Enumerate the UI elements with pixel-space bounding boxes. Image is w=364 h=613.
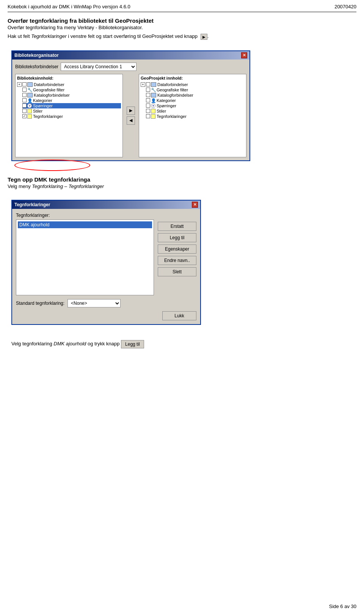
section2-heading: Tegn opp DMK tegnforklaringa: [8, 176, 356, 183]
section1-para2-prefix: Hak ut felt: [8, 33, 31, 39]
tegn-list-label: Tegnforklaringer:: [16, 213, 154, 218]
lukk-button[interactable]: Lukk: [162, 311, 196, 320]
tree-item-kategorier-left: 👤 Kategorier: [22, 98, 121, 103]
footer-text: Side 6 av 30: [329, 604, 356, 609]
icon-db-dataforbindelser-right: [151, 82, 156, 87]
tree-item-tegnforklaringer-left: Tegnforklaringer: [22, 114, 121, 119]
cb-dataforbindelser-left[interactable]: [22, 82, 27, 86]
icon-legend-stiler-left: [27, 109, 32, 113]
circle-annotation-tegnforklaringer: [14, 160, 90, 171]
section2-para1-prefix: Velg meny: [8, 183, 32, 189]
bib-connections-row: Biblioteksforbindelser Access Library Co…: [15, 63, 246, 71]
section1-para2-italic: Tegnforklaringer: [31, 33, 66, 39]
section3-para1-prefix: Velg tegnforklaring: [11, 341, 53, 346]
cb-kategorier-left[interactable]: [22, 98, 27, 102]
icon-db-katalog-right: [151, 93, 156, 97]
label-tegnforklaringer-left: Tegnforklaringer: [33, 114, 63, 119]
page-footer: Side 6 av 30: [329, 604, 356, 609]
cb-stiler-right[interactable]: [146, 109, 150, 113]
label-dataforbindelser-left: Dataforbindelser: [34, 82, 64, 87]
cb-dataforbindelser-right[interactable]: [146, 82, 150, 86]
tree-item-stiler-left: Stiler: [22, 108, 121, 114]
tree-item-kategorier-right: 👤 Kategorier: [146, 98, 245, 103]
arrow-right-button[interactable]: ▶: [127, 107, 135, 115]
icon-filter-right: 🔧: [151, 88, 155, 92]
tegn-standard-label: Standard tegnforklaring:: [16, 301, 64, 306]
cb-tegnforklaringer-left[interactable]: [22, 114, 27, 118]
tegn-left: Tegnforklaringer: DMK ajourhold Standard…: [16, 213, 154, 307]
cb-kategorier-right[interactable]: [146, 98, 150, 102]
section2-para1: Velg meny Tegnforklaring – Tegnforklarin…: [8, 183, 356, 189]
transfer-arrow-button[interactable]: ▶: [201, 34, 207, 40]
section1-heading: Overfør tegnforklaring fra biblioteket t…: [8, 17, 356, 24]
section3-para1-suffix: og trykk knapp: [86, 341, 119, 346]
bib-connections-select[interactable]: Access Library Connection 1: [61, 63, 136, 71]
cb-stiler-left[interactable]: [22, 109, 27, 113]
tegn-standard-row: Standard tegnforklaring: <None>: [16, 299, 154, 307]
header-right: 20070420: [334, 4, 356, 9]
section1-para1: Overfør tegnforklaring fra meny Verktøy …: [8, 25, 356, 30]
cb-geo-filter-left[interactable]: [22, 88, 27, 92]
icon-question-left: ?: [27, 103, 32, 108]
section1-para2: Hak ut felt Tegnforklaringer i venstre f…: [8, 33, 356, 40]
tree-item-tegnforklaringer-right: Tegnforklaringer: [146, 114, 245, 119]
bib-panels: Biblioteksinnhold: + Dataforbindelser 🔧 …: [15, 74, 246, 157]
page-header: Kokebok i ajourhold av DMK i WinMap Pro …: [8, 4, 356, 12]
erstatt-button[interactable]: Erstatt: [158, 222, 196, 231]
bib-body: Biblioteksforbindelser Access Library Co…: [12, 60, 249, 160]
legg-til-inline-button[interactable]: Legg til: [121, 340, 144, 348]
icon-question-right: ?: [151, 103, 155, 108]
egenskaper-button[interactable]: Egenskaper: [158, 245, 196, 254]
slett-button[interactable]: Slett: [158, 267, 196, 276]
section1-para2-suffix: i venstre felt og start overføring til G…: [67, 33, 198, 39]
bib-dialog-wrapper: Bibliotekorganisator ✕ Biblioteksforbind…: [8, 47, 250, 169]
cb-katalog-right[interactable]: [146, 93, 150, 97]
tree-item-geo-filter-right: 🔧 Geografiske filter: [146, 87, 245, 92]
arrow-left-button[interactable]: ◀: [127, 116, 135, 125]
bib-right-panel: GeoProsjekt innhold: + Dataforbindelser …: [139, 74, 246, 157]
tree-item-stiler-right: Stiler: [146, 108, 245, 114]
section2-para1-italic: Tegnforklaring – Tegnforklaringer: [32, 183, 104, 189]
icon-db-dataforbindelser-left: [27, 82, 33, 87]
endre-navn-button[interactable]: Endre navn..: [158, 256, 196, 265]
cb-tegnforklaringer-right[interactable]: [146, 114, 150, 118]
bibliotekorganisator-dialog: Bibliotekorganisator ✕ Biblioteksforbind…: [11, 50, 250, 161]
tegnforklaringer-dialog: Tegnforklaringer ✕ Tegnforklaringer: DMK…: [11, 200, 201, 325]
tegn-standard-select[interactable]: <None>: [67, 299, 121, 307]
icon-person-right: 👤: [151, 98, 155, 103]
icon-legend-tegn-left: [27, 114, 32, 119]
header-left: Kokebok i ajourhold av DMK i WinMap Pro …: [8, 4, 130, 9]
label-geo-filter-left: Geografiske filter: [33, 88, 64, 92]
label-sporringer-left: Spørringer: [33, 103, 53, 108]
tegn-titlebar: Tegnforklaringer ✕: [12, 201, 200, 209]
label-geo-filter-right: Geografiske filter: [157, 88, 188, 92]
bib-connections-label: Biblioteksforbindelser: [15, 64, 58, 69]
bib-right-panel-title: GeoProsjekt innhold:: [141, 76, 245, 80]
label-kategorier-left: Kategorier: [33, 98, 52, 103]
tegn-bottom-row: Lukk: [16, 311, 196, 320]
tegn-list-area: DMK ajourhold: [16, 219, 154, 295]
cb-katalog-left[interactable]: [22, 93, 27, 97]
section3-para1: Velg tegnforklaring DMK ajourhold og try…: [11, 340, 356, 348]
tegn-list-item-dmk[interactable]: DMK ajourhold: [18, 221, 152, 228]
tegn-body: Tegnforklaringer: DMK ajourhold Standard…: [12, 209, 200, 324]
expand-dataforbindelser[interactable]: +: [17, 82, 22, 87]
bib-arrow-col: ▶ ◀: [125, 74, 136, 157]
section3-para1-italic: DMK ajourhold: [53, 341, 86, 346]
expand-dataforbindelser-right[interactable]: +: [141, 82, 145, 87]
tree-item-katalog-right: Katalogforbindelser: [146, 92, 245, 98]
icon-db-katalog-left: [27, 93, 33, 97]
cb-sporringer-left[interactable]: [22, 103, 27, 108]
tegn-close-button[interactable]: ✕: [192, 202, 198, 208]
cb-geo-filter-right[interactable]: [146, 88, 150, 92]
label-dataforbindelser-right: Dataforbindelser: [157, 82, 188, 87]
bib-close-button[interactable]: ✕: [241, 52, 247, 58]
tree-item-geo-filter-left: 🔧 Geografiske filter: [22, 87, 121, 92]
tree-item-sporringer-left: ? Spørringer: [22, 103, 121, 108]
legg-til-button[interactable]: Legg til: [158, 233, 196, 242]
tree-item-sporringer-right: ? Spørringer: [146, 103, 245, 108]
cb-sporringer-right[interactable]: [146, 103, 150, 108]
tegn-buttons: Erstatt Legg til Egenskaper Endre navn..…: [158, 213, 196, 307]
label-kategorier-right: Kategorier: [157, 98, 176, 103]
bib-title: Bibliotekorganisator: [14, 53, 59, 58]
